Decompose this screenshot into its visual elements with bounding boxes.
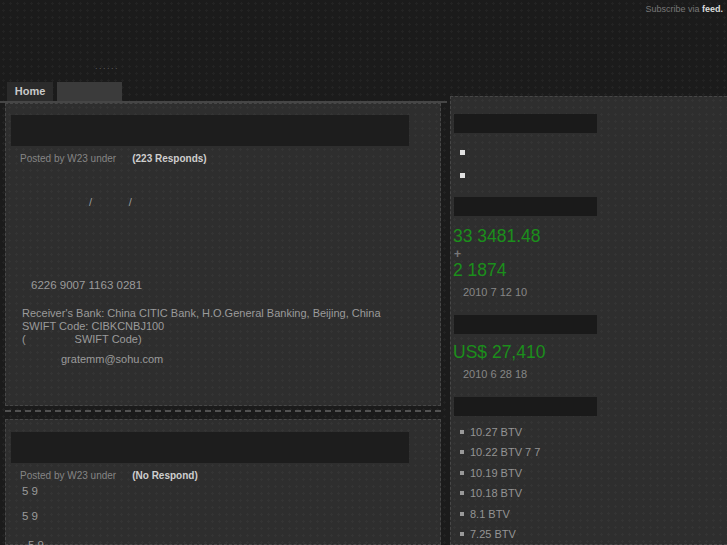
author-name: W23 xyxy=(67,470,88,481)
total-amount-main: 33 3481.48 xyxy=(453,226,541,247)
post-divider xyxy=(5,410,441,412)
bullet-square-icon xyxy=(460,150,465,155)
post-1-email: gratemm@sohu.com xyxy=(61,353,163,365)
page: Subscribe via feed. ...... Home Posted b… xyxy=(0,0,727,545)
post-1-bank-line-1: Receiver's Bank: China CITIC Bank, H.O.G… xyxy=(22,307,381,319)
post-2-line-3-clipped: 5 9 xyxy=(28,539,44,545)
archive-item[interactable]: 7.25 BTV xyxy=(451,524,721,544)
archive-item[interactable]: 10.19 BTV xyxy=(451,463,721,483)
post-1-slash-line: / / xyxy=(89,196,132,208)
bullet-square-icon xyxy=(460,450,464,454)
usd-amount: US$ 27,410 xyxy=(453,342,545,363)
sidebar-section-2-header xyxy=(454,197,597,216)
archive-item[interactable]: 10.22 BTV 7 7 xyxy=(451,442,721,462)
subscribe-line: Subscribe via feed. xyxy=(645,4,723,14)
post-2-line-1: 5 9 xyxy=(22,485,38,497)
post-1-meta: Posted by W23 under(223 Responds) xyxy=(20,153,207,164)
tab-home[interactable]: Home xyxy=(7,82,53,101)
author-name: W23 xyxy=(67,153,88,164)
archive-item-label: 10.18 BTV xyxy=(470,487,522,499)
archive-list: 10.27 BTV 10.22 BTV 7 7 10.19 BTV 10.18 … xyxy=(451,422,721,544)
total-amount-secondary: 2 1874 xyxy=(453,260,507,281)
post-1-bank-line-3: ( SWIFT Code) xyxy=(22,333,142,345)
archive-item[interactable]: 10.27 BTV xyxy=(451,422,721,442)
bullet-square-icon xyxy=(460,532,464,536)
tab-secondary[interactable] xyxy=(57,82,122,101)
posted-by-label: Posted by xyxy=(20,153,64,164)
archive-item[interactable]: 10.18 BTV xyxy=(451,483,721,503)
post-2: Posted by W23 under(No Respond) 5 9 5 9 … xyxy=(5,419,441,545)
usd-date: 2010 6 28 18 xyxy=(463,368,527,380)
subscribe-prefix: Subscribe via xyxy=(645,4,699,14)
total-date: 2010 7 12 10 xyxy=(463,286,527,298)
posted-by-label: Posted by xyxy=(20,470,64,481)
archive-item[interactable]: 8.1 BTV xyxy=(451,504,721,524)
responds-link[interactable]: (223 Responds) xyxy=(132,153,206,164)
sidebar-section-4-header xyxy=(454,397,597,416)
bullet-square-icon xyxy=(460,430,464,434)
post-1-bank-line-2: SWIFT Code: CIBKCNBJ100 xyxy=(22,320,164,332)
archive-item-label: 10.19 BTV xyxy=(470,467,522,479)
post-1-account-number: 6226 9007 1163 0281 xyxy=(31,279,142,291)
archive-item-label: 10.22 BTV 7 7 xyxy=(470,446,540,458)
bullet-square-icon xyxy=(460,173,465,178)
site-tagline: ...... xyxy=(95,61,119,71)
bullet-square-icon xyxy=(460,491,464,495)
sidebar-section-3-header xyxy=(454,315,597,334)
post-2-title-bar[interactable] xyxy=(11,432,409,463)
post-2-meta: Posted by W23 under(No Respond) xyxy=(20,470,198,481)
post-2-line-2: 5 9 xyxy=(22,510,38,522)
under-label: under xyxy=(91,153,117,164)
responds-link[interactable]: (No Respond) xyxy=(132,470,198,481)
archive-item-label: 8.1 BTV xyxy=(470,508,510,520)
sidebar: 33 3481.48 + 2 1874 2010 7 12 10 US$ 27,… xyxy=(450,96,727,545)
plus-sign: + xyxy=(454,247,461,261)
sidebar-section-1-header xyxy=(454,114,597,133)
under-label: under xyxy=(91,470,117,481)
archive-item-label: 7.25 BTV xyxy=(470,528,516,540)
bullet-square-icon xyxy=(460,471,464,475)
feed-link[interactable]: feed. xyxy=(702,4,723,14)
archive-item-label: 10.27 BTV xyxy=(470,426,522,438)
post-1-title-bar[interactable] xyxy=(11,115,409,146)
bullet-square-icon xyxy=(460,512,464,516)
post-1: Posted by W23 under(223 Responds) / / 62… xyxy=(5,103,441,406)
